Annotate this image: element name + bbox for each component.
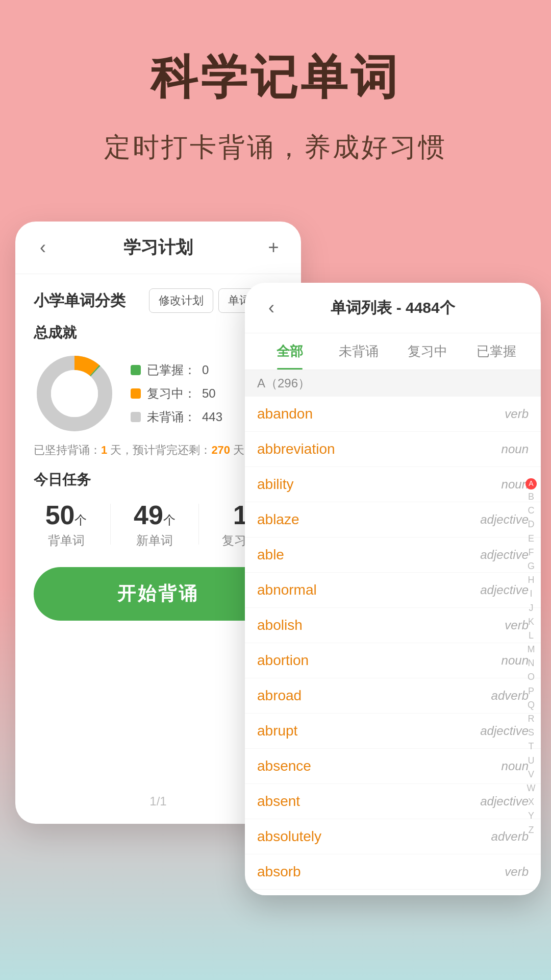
word-type: noun (502, 653, 529, 668)
legend-reviewing-label: 复习中： (147, 385, 196, 402)
alpha-x[interactable]: X (525, 796, 537, 808)
streak-mid: 天，预计背完还剩： (107, 444, 211, 456)
tab-unlearned[interactable]: 未背诵 (324, 333, 393, 370)
alpha-w[interactable]: W (525, 782, 537, 795)
dot-gray (131, 412, 141, 422)
word-item[interactable]: abbreviationnoun (245, 432, 541, 467)
main-title: 科学记单词 (0, 46, 551, 109)
left-add-button[interactable]: + (262, 237, 285, 258)
word-item[interactable]: abortionnoun (245, 643, 541, 678)
word-item[interactable]: abandonverb (245, 397, 541, 432)
word-text: absorb (257, 864, 301, 880)
task-vocab-number: 50个 (45, 500, 87, 530)
word-text: abbreviation (257, 441, 335, 457)
word-type: adjective (480, 548, 529, 562)
alpha-y[interactable]: Y (525, 810, 537, 822)
divider-2 (198, 504, 199, 545)
alpha-p[interactable]: P (525, 685, 537, 698)
task-new-number: 49个 (134, 500, 176, 530)
word-item[interactable]: absolutelyadverb (245, 819, 541, 854)
legend-reviewing: 复习中： 50 (131, 385, 222, 402)
tab-all[interactable]: 全部 (255, 333, 324, 370)
word-type: adverb (491, 689, 529, 703)
word-item[interactable]: abilitynoun (245, 467, 541, 502)
alpha-q[interactable]: Q (525, 699, 537, 712)
alpha-d[interactable]: D (525, 518, 537, 531)
word-type: verb (505, 618, 529, 632)
word-list: abandonverbabbreviationnounabilitynounab… (245, 397, 541, 895)
wordlist-title: 单词列表 - 4484个 (331, 298, 455, 318)
wordlist-back-button[interactable]: ‹ (260, 297, 283, 318)
left-card-nav: ‹ 学习计划 + (15, 222, 301, 274)
word-type: verb (505, 407, 529, 421)
word-type: adverb (491, 829, 529, 844)
section-header-a: A（296） (245, 370, 541, 397)
word-text: able (257, 547, 284, 563)
word-item[interactable]: abruptadjective (245, 714, 541, 749)
page-wrapper: 科学记单词 定时打卡背诵，养成好习惯 ‹ 学习计划 + 小学单词分类 修改计划 … (0, 0, 551, 980)
task-new: 49个 新单词 (134, 500, 176, 549)
tab-reviewing[interactable]: 复习中 (393, 333, 462, 370)
word-type: adjective (480, 512, 529, 527)
word-item[interactable]: abroadadverb (245, 678, 541, 714)
legend-reviewing-value: 50 (202, 386, 216, 401)
donut-chart (34, 353, 115, 434)
subtitle: 定时打卡背诵，养成好习惯 (0, 130, 551, 165)
word-item[interactable]: absencenoun (245, 749, 541, 784)
tab-mastered[interactable]: 已掌握 (462, 333, 531, 370)
alpha-r[interactable]: R (525, 713, 537, 725)
alpha-e[interactable]: E (525, 532, 537, 545)
alpha-b[interactable]: B (525, 491, 537, 503)
legend-mastered: 已掌握： 0 (131, 362, 222, 378)
alpha-m[interactable]: M (525, 643, 537, 656)
word-text: abrupt (257, 723, 297, 739)
task-vocab: 50个 背单词 (45, 500, 87, 549)
legend-mastered-value: 0 (202, 363, 209, 377)
word-type: adjective (480, 583, 529, 597)
svg-point-3 (51, 370, 98, 417)
alpha-z[interactable]: Z (525, 824, 537, 837)
word-text: abroad (257, 688, 302, 704)
streak-remain: 270 (211, 444, 230, 456)
word-item[interactable]: absentadjective (245, 784, 541, 819)
streak-days: 1 (101, 444, 107, 456)
alpha-a[interactable]: A (525, 478, 537, 489)
word-text: abnormal (257, 582, 317, 598)
word-item[interactable]: absorbverb (245, 854, 541, 890)
word-item[interactable]: abnormaladjective (245, 573, 541, 608)
alpha-n[interactable]: N (525, 657, 537, 670)
word-type: adjective (480, 724, 529, 738)
alpha-c[interactable]: C (525, 504, 537, 517)
left-back-button[interactable]: ‹ (32, 237, 54, 258)
alpha-g[interactable]: G (525, 560, 537, 573)
section-title: 小学单词分类 (34, 290, 126, 311)
alpha-l[interactable]: L (525, 629, 537, 642)
alphabet-sidebar: ABCDEFGHIJKLMNOPQRSTUVWXYZ (525, 478, 537, 837)
word-item[interactable]: abolishverb (245, 608, 541, 643)
word-text: ability (257, 476, 294, 493)
word-item[interactable]: ableadjective (245, 537, 541, 573)
alpha-i[interactable]: I (525, 587, 537, 600)
dot-green (131, 365, 141, 375)
word-text: absent (257, 793, 300, 810)
alpha-k[interactable]: K (525, 616, 537, 628)
legend-area: 已掌握： 0 复习中： 50 未背诵： 443 (131, 362, 222, 425)
legend-unlearned: 未背诵： 443 (131, 409, 222, 425)
word-item[interactable]: ablazeadjective (245, 502, 541, 537)
modify-plan-button[interactable]: 修改计划 (149, 288, 213, 313)
alpha-j[interactable]: J (525, 602, 537, 615)
task-vocab-label: 背单词 (45, 532, 87, 549)
alpha-o[interactable]: O (525, 671, 537, 683)
alpha-u[interactable]: U (525, 754, 537, 767)
word-type: verb (505, 865, 529, 879)
alpha-f[interactable]: F (525, 546, 537, 559)
alpha-h[interactable]: H (525, 574, 537, 586)
word-type: noun (502, 477, 529, 492)
word-type: noun (502, 759, 529, 773)
alpha-s[interactable]: S (525, 726, 537, 739)
card-right: ‹ 单词列表 - 4484个 全部 未背诵 复习中 已掌握 A（296） aba… (245, 283, 541, 895)
legend-unlearned-label: 未背诵： (147, 409, 196, 425)
alpha-t[interactable]: T (525, 740, 537, 753)
alpha-v[interactable]: V (525, 768, 537, 781)
streak-prefix: 已坚持背诵： (34, 444, 101, 456)
